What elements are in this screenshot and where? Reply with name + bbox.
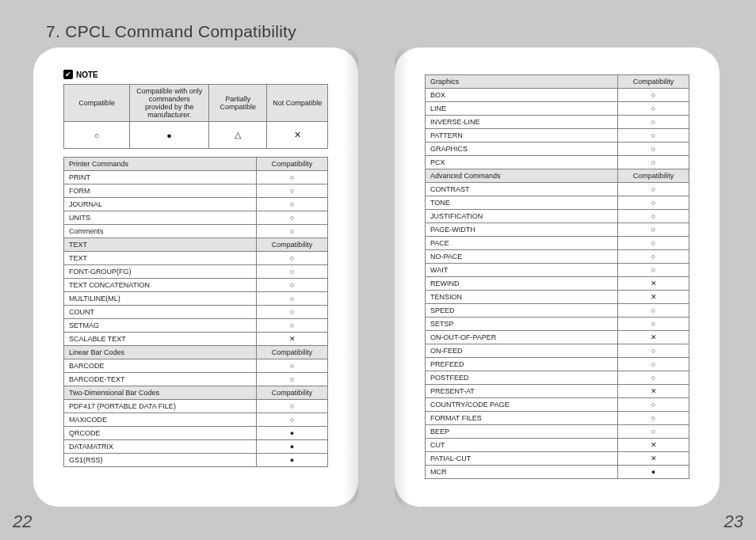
legend-header: Not Compatible	[267, 85, 328, 122]
compat-symbol	[618, 129, 689, 143]
compat-symbol	[618, 156, 689, 169]
command-name: PREFEED	[426, 358, 618, 371]
compat-symbol	[618, 277, 689, 291]
command-name: BARCODE-TEXT	[64, 373, 257, 386]
compat-symbol	[618, 439, 689, 452]
command-name: BOX	[426, 89, 618, 102]
command-name: MCR	[426, 466, 618, 479]
command-name: PDF417 (PORTABLE DATA FILE)	[64, 400, 257, 413]
command-name: CUT	[426, 439, 618, 452]
command-name: GRAPHICS	[426, 143, 618, 156]
compat-symbol	[257, 413, 328, 427]
legend-header: Compatible with only commanders provided…	[130, 85, 209, 122]
legend-symbol	[130, 122, 209, 149]
compat-header: Compatibility	[257, 238, 328, 252]
command-name: PRINT	[64, 171, 257, 184]
compat-symbol	[618, 116, 689, 129]
compat-symbol	[257, 427, 328, 440]
command-name: BARCODE	[64, 359, 257, 373]
compat-symbol	[618, 466, 689, 479]
command-name: PATIAL-CUT	[426, 452, 618, 466]
compat-symbol	[257, 454, 328, 467]
compat-header: Compatibility	[618, 75, 689, 89]
compat-symbol	[257, 279, 328, 292]
compat-symbol	[618, 425, 689, 439]
note-label: NOTE	[76, 70, 98, 79]
command-name: FONT-GROUP(FG)	[64, 265, 257, 279]
legend-symbol	[64, 122, 130, 149]
command-name: FORM	[64, 184, 257, 198]
compat-symbol	[257, 171, 328, 184]
compat-symbol	[618, 223, 689, 237]
compat-symbol	[257, 292, 328, 306]
command-name: ON-FEED	[426, 344, 618, 358]
command-name: PACE	[426, 237, 618, 250]
compat-symbol	[618, 143, 689, 156]
section-name: Linear Bar Codes	[64, 346, 257, 359]
command-name: NO-PACE	[426, 250, 618, 264]
command-name: WAIT	[426, 264, 618, 277]
page-number-right: 23	[724, 511, 743, 532]
compat-symbol	[618, 344, 689, 358]
command-name: Comments	[64, 225, 257, 238]
command-name: POSTFEED	[426, 371, 618, 385]
section-name: TEXT	[64, 238, 257, 252]
command-name: MAXICODE	[64, 413, 257, 427]
section-name: Advanced Commands	[426, 169, 618, 183]
note-header: ✔ NOTE	[63, 70, 328, 79]
command-name: COUNT	[64, 306, 257, 319]
compat-symbol	[618, 196, 689, 210]
page-right: GraphicsCompatibilityBOXLINEINVERSE-LINE…	[395, 48, 720, 507]
command-name: TENSION	[426, 291, 618, 304]
legend-symbol	[267, 122, 328, 149]
compat-symbol	[618, 89, 689, 102]
compat-header: Compatibility	[257, 386, 328, 400]
command-name: TEXT	[64, 252, 257, 265]
compat-symbol	[618, 412, 689, 425]
command-name: PATTERN	[426, 129, 618, 143]
compat-symbol	[618, 385, 689, 398]
compat-header: Compatibility	[618, 169, 689, 183]
section-name: Printer Commands	[64, 158, 257, 171]
compat-symbol	[257, 373, 328, 386]
compat-symbol	[618, 371, 689, 385]
command-name: ON-OUT-OF-PAPER	[426, 331, 618, 344]
command-name: CONTRAST	[426, 183, 618, 196]
legend-header: Compatible	[64, 85, 130, 122]
compat-symbol	[257, 252, 328, 265]
compat-symbol	[257, 198, 328, 211]
compat-symbol	[257, 211, 328, 225]
compat-symbol	[618, 291, 689, 304]
legend-header: Partially Compatible	[209, 85, 267, 122]
compat-symbol	[257, 333, 328, 346]
page-left: ✔ NOTE Compatible Compatible with only c…	[33, 48, 358, 507]
command-name: BEEP	[426, 425, 618, 439]
command-name: SETMAG	[64, 319, 257, 333]
command-name: MULTILINE(ML)	[64, 292, 257, 306]
command-name: PCX	[426, 156, 618, 169]
legend-symbol	[209, 122, 267, 149]
compat-header: Compatibility	[257, 158, 328, 171]
command-name: TONE	[426, 196, 618, 210]
command-name: SETSP	[426, 318, 618, 331]
check-icon: ✔	[63, 70, 73, 79]
compat-symbol	[618, 237, 689, 250]
compat-symbol	[618, 331, 689, 344]
compat-symbol	[257, 184, 328, 198]
section-name: Graphics	[426, 75, 618, 89]
compat-symbol	[618, 210, 689, 223]
command-name: COUNTRY/CODE PAGE	[426, 398, 618, 412]
compat-symbol	[257, 306, 328, 319]
compat-symbol	[257, 400, 328, 413]
compat-symbol	[257, 225, 328, 238]
compat-symbol	[618, 318, 689, 331]
compat-symbol	[257, 359, 328, 373]
compat-symbol	[618, 358, 689, 371]
command-name: SPEED	[426, 304, 618, 318]
section-name: Two-Dimensional Bar Codes	[64, 386, 257, 400]
compat-symbol	[618, 264, 689, 277]
command-name: LINE	[426, 102, 618, 116]
compat-symbol	[618, 183, 689, 196]
command-name: UNITS	[64, 211, 257, 225]
command-name: GS1(RSS)	[64, 454, 257, 467]
